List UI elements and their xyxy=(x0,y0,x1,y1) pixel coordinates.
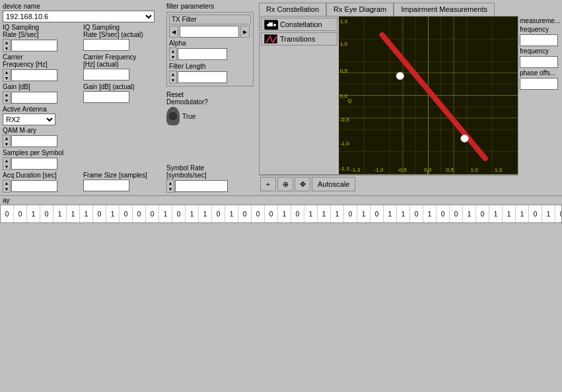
filter-type-input[interactable]: Root Raised Cos xyxy=(180,26,239,38)
svg-text:-1,0: -1,0 xyxy=(374,167,384,173)
bits-label: ay xyxy=(0,196,562,205)
symbol-rate-spinner[interactable]: ▲ ▼ xyxy=(166,180,174,193)
svg-text:I: I xyxy=(427,170,429,174)
qam-mary-spinner[interactable]: ▲ ▼ xyxy=(3,135,11,148)
carrier-freq-label: CarrierFrequency [Hz] xyxy=(3,53,81,68)
iq-sampling-row: IQ SamplingRate [S/sec] ▲ ▼ 500k IQ Samp… xyxy=(3,24,161,52)
carrier-freq-input[interactable]: 650M xyxy=(11,69,57,81)
filter-title: TX Filter xyxy=(169,15,251,24)
acq-duration-down[interactable]: ▼ xyxy=(3,186,10,192)
bit-cell: 0 xyxy=(450,205,463,222)
carrier-freq-actual-input[interactable]: 650M xyxy=(83,69,129,81)
filter-length-input[interactable]: 3 xyxy=(178,71,227,83)
bit-cell: 1 xyxy=(423,205,437,222)
bit-cell: 0 xyxy=(146,205,159,222)
tab-impairment-measurements[interactable]: Impairment Measurements xyxy=(394,3,495,16)
bit-cell: 1 xyxy=(106,205,120,222)
alpha-spinner[interactable]: ▲ ▼ xyxy=(169,48,177,61)
bit-cell: 1 xyxy=(542,205,555,222)
samples-per-symbol-spinner[interactable]: ▲ ▼ xyxy=(3,157,11,170)
svg-text:1,0: 1,0 xyxy=(340,41,348,47)
toggle-ball xyxy=(169,112,177,120)
alpha-group: Alpha ▲ ▼ 0,50 xyxy=(169,40,251,61)
freq1-value[interactable]: 132,15 xyxy=(520,34,558,46)
filter-type-right-btn[interactable]: ▶ xyxy=(240,26,250,38)
bit-cell: 1 xyxy=(304,205,318,222)
alpha-down[interactable]: ▼ xyxy=(170,54,176,60)
zoom-plus-button[interactable]: + xyxy=(260,177,276,191)
carrier-freq-up[interactable]: ▲ xyxy=(3,69,10,75)
tab-rx-constellation[interactable]: Rx Constellation xyxy=(259,3,326,16)
svg-text:-1,0: -1,0 xyxy=(340,141,350,147)
qam-mary-down[interactable]: ▼ xyxy=(3,141,10,147)
right-chart-panel: Rx Constellation Rx Eye Diagram Impairme… xyxy=(259,3,559,193)
bit-cell: 0 xyxy=(238,205,252,222)
carrier-freq-col: CarrierFrequency [Hz] ▲ ▼ 650M xyxy=(3,53,81,82)
bit-cell: 0 xyxy=(120,205,133,222)
samples-per-symbol-input[interactable]: 4 xyxy=(11,158,57,170)
filter-length-spinner[interactable]: ▲ ▼ xyxy=(169,71,177,84)
chart-area: Constellation Transitions xyxy=(259,16,518,175)
iq-sampling-spinner[interactable]: ▲ ▼ xyxy=(3,39,11,52)
active-antenna-select[interactable]: RX2 xyxy=(3,114,55,125)
gain-input[interactable]: 12 xyxy=(11,92,57,104)
toggle-icon[interactable] xyxy=(166,107,180,125)
bit-cell: 1 xyxy=(27,205,40,222)
symbol-rate-down[interactable]: ▼ xyxy=(167,186,174,192)
iq-sampling-input[interactable]: 500k xyxy=(11,40,57,51)
freq1-label: frequency xyxy=(520,26,558,33)
tab-rx-eye-diagram[interactable]: Rx Eye Diagram xyxy=(326,3,394,16)
toggle-container: True xyxy=(166,107,254,125)
device-row: 192.168.10.6 xyxy=(3,11,155,22)
left-panel: device name 192.168.10.6 IQ SamplingRate… xyxy=(3,3,161,193)
gain-spinner[interactable]: ▲ ▼ xyxy=(3,91,11,104)
device-name-select[interactable]: 192.168.10.6 xyxy=(3,11,155,22)
phase-value[interactable]: -23,09 xyxy=(520,78,558,90)
symbol-rate-group: Symbol Rate[symbols/sec] ▲ ▼ 125,00k xyxy=(166,164,254,193)
main-container: device name 192.168.10.6 IQ SamplingRate… xyxy=(0,0,562,392)
bit-cell: 1 xyxy=(331,205,344,222)
symbol-rate-up[interactable]: ▲ xyxy=(167,180,174,186)
samples-per-symbol-up[interactable]: ▲ xyxy=(3,158,10,164)
alpha-up[interactable]: ▲ xyxy=(170,48,176,54)
bit-cell: 0 xyxy=(212,205,225,222)
gain-label: Gain [dB] xyxy=(3,83,81,90)
filter-length-down[interactable]: ▼ xyxy=(170,77,176,83)
samples-per-symbol-down[interactable]: ▼ xyxy=(3,164,10,170)
svg-point-2 xyxy=(273,24,276,26)
bit-cell: 1 xyxy=(489,205,503,222)
bit-cell: 1 xyxy=(159,205,172,222)
acq-duration-up[interactable]: ▲ xyxy=(3,180,10,186)
bit-cell: 1 xyxy=(503,205,516,222)
frame-size-input[interactable]: 2500 xyxy=(83,180,129,191)
carrier-freq-spinner[interactable]: ▲ ▼ xyxy=(3,69,11,82)
qam-mary-input[interactable]: 4 xyxy=(11,135,57,147)
svg-text:1,0: 1,0 xyxy=(471,167,479,173)
constellation-color xyxy=(264,20,277,29)
acq-duration-spinner[interactable]: ▲ ▼ xyxy=(3,180,11,193)
toggle-value: True xyxy=(182,113,195,120)
iq-sampling-up[interactable]: ▲ xyxy=(3,40,10,46)
gain-up[interactable]: ▲ xyxy=(3,92,10,98)
gain-down[interactable]: ▼ xyxy=(3,98,10,104)
bit-cell: 0 xyxy=(265,205,278,222)
filter-length-label: Filter Length xyxy=(169,63,251,70)
carrier-freq-down[interactable]: ▼ xyxy=(3,75,10,81)
bit-cell: 0 xyxy=(291,205,304,222)
iq-sampling-actual-input[interactable]: 500k xyxy=(83,39,129,51)
pan-button[interactable]: ✥ xyxy=(295,177,310,191)
symbol-rate-input[interactable]: 125,00k xyxy=(175,180,228,192)
freq2-value[interactable]: 12,82 xyxy=(520,56,558,68)
iq-sampling-actual-label: IQ SamplingRate [S/sec] (actual) xyxy=(83,24,161,38)
autoscale-button[interactable]: Autoscale xyxy=(312,177,355,191)
iq-sampling-down[interactable]: ▼ xyxy=(3,46,10,51)
iq-sampling-col: IQ SamplingRate [S/sec] ▲ ▼ 500k xyxy=(3,24,81,52)
qam-mary-up[interactable]: ▲ xyxy=(3,135,10,141)
gain-actual-input[interactable]: 12 xyxy=(83,91,129,103)
filter-type-left-btn[interactable]: ◀ xyxy=(169,26,178,38)
zoom-button[interactable]: ⊕ xyxy=(277,177,293,191)
acq-duration-input[interactable]: 5,00m xyxy=(11,180,57,192)
alpha-input[interactable]: 0,50 xyxy=(178,48,227,60)
svg-text:-1,3: -1,3 xyxy=(340,166,350,172)
filter-length-up[interactable]: ▲ xyxy=(170,71,176,77)
